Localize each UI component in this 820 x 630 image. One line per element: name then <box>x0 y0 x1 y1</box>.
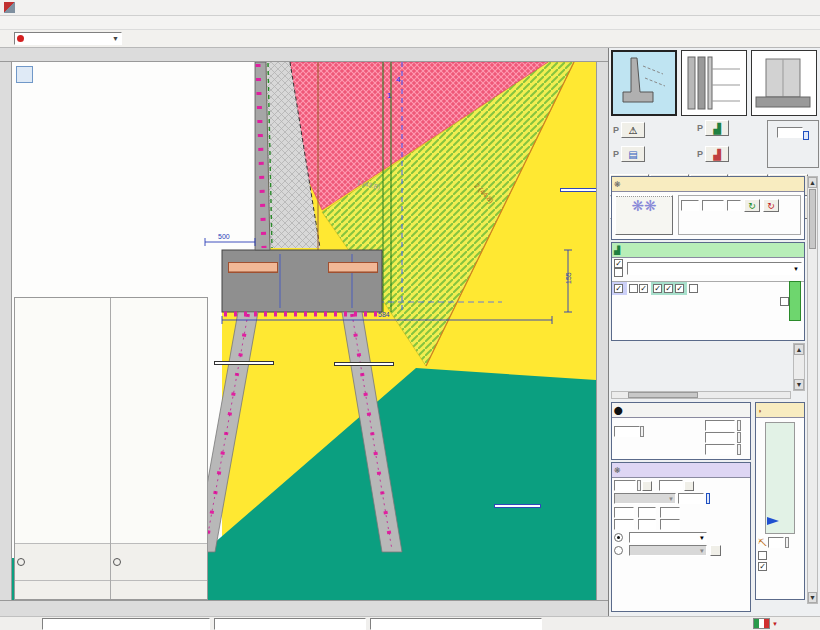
table-vscrollbar[interactable]: ▲ ▼ <box>793 343 805 391</box>
dnt-checkbox[interactable] <box>664 284 673 293</box>
armatura-button[interactable]: ▤ <box>621 146 645 162</box>
panel-scrollbar[interactable]: ▲ ▼ <box>807 176 818 604</box>
help-button[interactable] <box>710 545 721 556</box>
tir-checkbox[interactable] <box>614 284 623 293</box>
verified-status-icon <box>17 558 25 566</box>
geo-checkbox[interactable] <box>780 297 789 306</box>
caso-dropdown[interactable]: ▼ <box>627 262 802 275</box>
palo1-title <box>229 263 277 272</box>
attrito-2-field[interactable] <box>614 519 634 530</box>
view-pianta[interactable] <box>681 50 747 116</box>
interasse-value[interactable] <box>777 127 803 138</box>
deformazioni-box: ↻ ↻ <box>678 195 801 235</box>
anim-sec-field[interactable] <box>727 200 741 211</box>
toolbar: ▼ <box>0 30 820 48</box>
view-prospetto[interactable] <box>751 50 817 116</box>
spinte-icon: ◗ <box>758 407 762 414</box>
ka-radio[interactable] <box>614 533 623 542</box>
palo2-footer <box>111 581 207 599</box>
palo1-fs-chart <box>15 298 110 544</box>
model-canvas[interactable]: 1 4 -5.2 <box>12 62 596 600</box>
armatura-button-row: P ▤ <box>613 146 647 162</box>
ali-checkbox[interactable] <box>675 284 684 293</box>
language-flag-icon[interactable] <box>753 618 770 629</box>
palo1-legend <box>15 544 110 581</box>
aderenza-muro-field[interactable] <box>638 507 656 518</box>
key-icon: P <box>613 125 619 135</box>
pressure-arrow-icon <box>767 517 779 525</box>
k0-radio[interactable] <box>614 546 623 555</box>
anim-da-field[interactable] <box>681 200 699 211</box>
pesi-row-totale <box>669 444 748 455</box>
default-button[interactable]: ⚠ <box>621 122 645 138</box>
key-icon: P <box>613 149 619 159</box>
scroll-up-icon[interactable]: ▲ <box>808 177 817 188</box>
palo1-footer <box>15 581 110 599</box>
gears-icon: ❋❋ <box>616 197 672 215</box>
pile2-note <box>334 362 394 366</box>
table-hscrollbar[interactable] <box>611 391 791 399</box>
pali-checkbox[interactable] <box>653 284 662 293</box>
status-cursor <box>370 618 542 630</box>
dim-155: 155 <box>565 272 572 284</box>
palo2-title <box>329 263 377 272</box>
fs-verification-panel <box>14 297 208 600</box>
close-button[interactable] <box>794 1 816 15</box>
coeff-idraulica-field[interactable] <box>659 480 683 491</box>
sisma-dropdown[interactable]: ▼ <box>629 532 707 543</box>
anim-a-field[interactable] <box>702 200 724 211</box>
maximize-button[interactable] <box>772 1 794 15</box>
minimize-button[interactable] <box>750 1 772 15</box>
title-bar <box>0 0 820 16</box>
forze-checkbox[interactable] <box>758 562 767 571</box>
key-icon: P <box>697 123 703 133</box>
k0-dropdown[interactable]: ▼ <box>629 545 707 556</box>
view-sezione[interactable] <box>611 50 677 116</box>
status-hint <box>214 618 366 630</box>
origin-icon[interactable] <box>16 66 33 83</box>
info-poligoni-checkbox[interactable] <box>758 551 767 560</box>
vinc-checkbox-2[interactable] <box>639 284 648 293</box>
anchor-label-4: 4 <box>396 75 401 84</box>
attrito-1-field[interactable] <box>614 507 634 518</box>
aderenza-terra-field[interactable] <box>638 519 656 530</box>
opzioni-calcolo-group: ❋ ▼ <box>611 462 751 612</box>
coef-fond-field[interactable] <box>660 507 680 518</box>
peso-volume-field[interactable] <box>614 426 640 437</box>
avvia-calcolo-button[interactable]: ❋❋ <box>615 195 673 235</box>
winkler-less-button[interactable] <box>642 481 652 491</box>
ruler-left <box>0 62 12 600</box>
chevron-down-icon[interactable]: ▼ <box>772 621 778 627</box>
tens-checkbox[interactable] <box>689 284 698 293</box>
spinte-offset-field[interactable] <box>768 537 784 548</box>
assi-checkbox[interactable] <box>614 268 623 277</box>
drawing-area[interactable]: 1 4 -5.2 <box>0 48 608 616</box>
interasse-box <box>767 120 819 168</box>
play-animation-button[interactable]: ↻ <box>744 199 760 212</box>
scroll-down-icon[interactable]: ▼ <box>808 592 817 603</box>
risultati-strutturali-button[interactable]: ▟ <box>705 120 729 136</box>
risultati-completi-button[interactable]: ▟ <box>705 146 729 162</box>
excavator-icon: ⛏ <box>758 538 767 548</box>
ruler-top <box>0 48 608 62</box>
spinte-group: ◗ ⛏ <box>755 402 805 600</box>
palo1-fs-column <box>15 298 111 599</box>
palo2-fs-chart <box>111 298 207 544</box>
stop-animation-button[interactable]: ↻ <box>763 199 779 212</box>
rigidezza-dropdown[interactable]: ▼ <box>614 493 676 504</box>
workspace: 1 4 -5.2 <box>0 48 820 616</box>
vinc-checkbox-1[interactable] <box>629 284 638 293</box>
status-command <box>42 618 210 630</box>
coef-pendio-field[interactable] <box>660 519 680 530</box>
control-panel: P ⚠ P ▤ P ▟ P ▟ ▙ <box>608 48 820 616</box>
palo1-tag <box>228 262 278 273</box>
interasse-unit <box>803 131 809 140</box>
coeff-less-button[interactable] <box>684 481 694 491</box>
palo2-tag <box>328 262 378 273</box>
winkler-field[interactable] <box>614 480 636 491</box>
status-bar: ▼ <box>0 616 820 630</box>
visualizza-checkbox[interactable] <box>614 259 623 268</box>
scroll-up-icon[interactable]: ▲ <box>794 344 804 355</box>
scroll-down-icon[interactable]: ▼ <box>794 379 804 390</box>
case-selector-combo[interactable]: ▼ <box>14 32 122 45</box>
